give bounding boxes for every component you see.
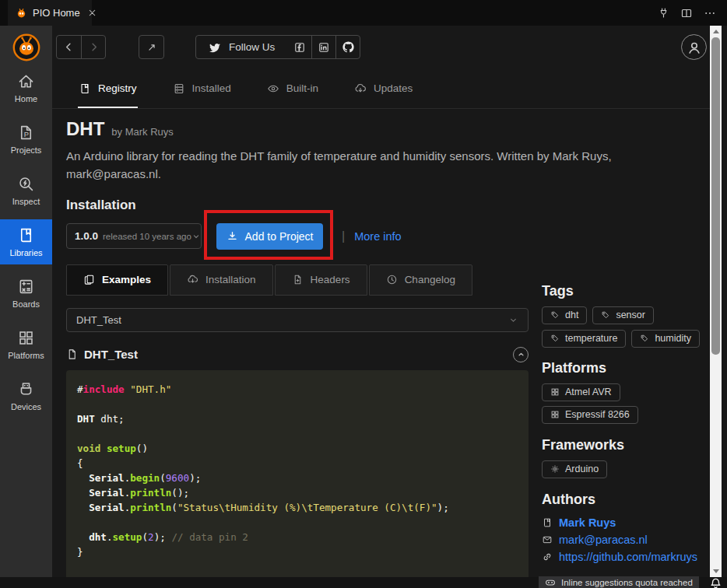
mail-icon xyxy=(542,534,553,545)
scrollbar-up-arrow[interactable] xyxy=(710,26,722,37)
authors-heading: Authors xyxy=(542,492,704,508)
notification-toast[interactable]: Inline suggestions quota reached xyxy=(539,576,699,588)
editor-tab-pio-home[interactable]: PIO Home xyxy=(8,0,92,26)
version-select[interactable]: 1.0.0 released 10 years ago xyxy=(66,223,202,249)
chevron-up-icon xyxy=(517,350,525,359)
contact-card-icon xyxy=(542,517,553,528)
library-page: DHT by Mark Ruys An Arduino library for … xyxy=(66,109,704,577)
tab-installed[interactable]: Installed xyxy=(172,70,232,108)
link-icon xyxy=(542,551,553,562)
library-name: DHT xyxy=(66,118,104,140)
back-arrow-icon xyxy=(63,41,75,53)
tab-registry[interactable]: Registry xyxy=(78,70,138,108)
twitter-icon xyxy=(209,41,221,54)
tag-icon xyxy=(640,334,649,343)
grid-icon xyxy=(550,387,560,397)
download-icon xyxy=(227,230,238,242)
framework-arduino[interactable]: Arduino xyxy=(542,460,607,478)
tag-humidity[interactable]: humidity xyxy=(631,330,700,348)
updates-icon xyxy=(354,82,367,95)
expand-button[interactable] xyxy=(139,36,163,58)
tab-headers[interactable]: Headers xyxy=(275,264,367,296)
library-description: An Arduino library for reading the DHT f… xyxy=(66,147,704,184)
tab-updates[interactable]: Updates xyxy=(353,70,413,108)
author-email-link[interactable]: mark@paracas.nl xyxy=(542,534,704,546)
plug-icon[interactable] xyxy=(658,7,669,19)
facebook-icon xyxy=(293,41,306,54)
sidebar-item-inspect[interactable]: Inspect xyxy=(0,175,52,206)
main-area: Follow Us Registry Installed xyxy=(52,26,727,577)
split-editor-icon[interactable] xyxy=(680,7,693,19)
platformio-ant-icon xyxy=(16,7,27,19)
inspect-icon xyxy=(17,175,35,193)
examples-icon xyxy=(83,274,95,285)
tab-installation[interactable]: Installation xyxy=(170,264,273,296)
sidebar-item-home[interactable]: Home xyxy=(0,72,52,103)
sidebar-item-libraries[interactable]: Libraries xyxy=(0,219,52,264)
facebook-button[interactable] xyxy=(287,36,311,58)
library-byline: by Mark Ruys xyxy=(111,126,173,138)
scrollbar xyxy=(710,26,722,577)
detail-tabs: Examples Installation Headers Changelog xyxy=(66,264,529,296)
linkedin-icon xyxy=(318,41,330,54)
library-nav-tabs: Registry Installed Built-in Updates xyxy=(52,70,711,109)
scrollbar-thumb[interactable] xyxy=(711,37,720,355)
gear-icon xyxy=(550,464,560,474)
copilot-icon xyxy=(545,577,556,588)
devices-icon xyxy=(17,380,35,398)
account-button[interactable] xyxy=(681,34,707,60)
platforms-icon xyxy=(17,329,35,347)
tag-sensor[interactable]: sensor xyxy=(592,306,654,324)
history-nav-group xyxy=(56,35,106,59)
bell-icon[interactable] xyxy=(709,577,722,588)
sidebar-item-boards[interactable]: Boards xyxy=(0,278,52,309)
linkedin-button[interactable] xyxy=(311,36,335,58)
tab-examples[interactable]: Examples xyxy=(66,264,168,296)
sidebar-item-devices[interactable]: Devices xyxy=(0,380,52,411)
forward-button[interactable] xyxy=(81,36,105,58)
platform-espressif-8266[interactable]: Espressif 8266 xyxy=(542,406,638,424)
libraries-icon xyxy=(17,226,35,244)
tag-icon xyxy=(601,310,610,320)
author-url-link[interactable]: https://github.com/markruys xyxy=(542,551,704,563)
tab-changelog[interactable]: Changelog xyxy=(369,264,472,296)
tag-icon xyxy=(550,334,560,343)
author-name-link[interactable]: Mark Ruys xyxy=(542,516,704,529)
platforms-heading: Platforms xyxy=(542,360,704,376)
built-in-icon xyxy=(267,82,279,95)
scrollbar-down-arrow[interactable] xyxy=(710,565,722,577)
more-info-link[interactable]: More info xyxy=(354,230,401,243)
status-strip: Inline suggestions quota reached xyxy=(0,577,727,588)
platform-atmel-avr[interactable]: Atmel AVR xyxy=(542,383,620,401)
sidebar-item-projects[interactable]: P Projects xyxy=(0,124,52,155)
close-icon[interactable] xyxy=(87,8,97,18)
tag-temperature[interactable]: temperature xyxy=(542,330,626,348)
boards-icon xyxy=(17,278,35,296)
divider: | xyxy=(342,229,345,243)
back-button[interactable] xyxy=(57,36,81,58)
tags-heading: Tags xyxy=(542,283,704,299)
frameworks-heading: Frameworks xyxy=(542,437,704,453)
expand-icon xyxy=(146,42,157,53)
projects-icon: P xyxy=(17,124,35,142)
add-to-project-button[interactable]: Add to Project xyxy=(216,223,323,250)
file-icon xyxy=(66,348,78,360)
home-icon xyxy=(17,72,35,90)
tag-dht[interactable]: dht xyxy=(542,306,587,324)
activity-bar: Home P Projects Inspect Libraries Boards… xyxy=(0,26,52,577)
github-button[interactable] xyxy=(335,36,360,58)
follow-us-button[interactable]: Follow Us xyxy=(196,36,287,58)
social-group: Follow Us xyxy=(195,35,360,59)
account-icon xyxy=(684,37,704,58)
tab-built-in[interactable]: Built-in xyxy=(266,70,319,108)
sidebar-item-platforms[interactable]: Platforms xyxy=(0,329,52,360)
collapse-button[interactable] xyxy=(513,347,529,362)
tag-icon xyxy=(550,310,560,320)
svg-text:P: P xyxy=(24,131,29,138)
platformio-ant-logo xyxy=(12,33,40,61)
example-select[interactable]: DHT_Test xyxy=(66,308,529,332)
example-header: DHT_Test xyxy=(66,347,529,362)
forward-arrow-icon xyxy=(88,41,100,53)
code-lines: #include "DHT.h" DHT dht; void setup(){ … xyxy=(77,382,518,559)
more-actions-icon[interactable] xyxy=(704,7,716,19)
